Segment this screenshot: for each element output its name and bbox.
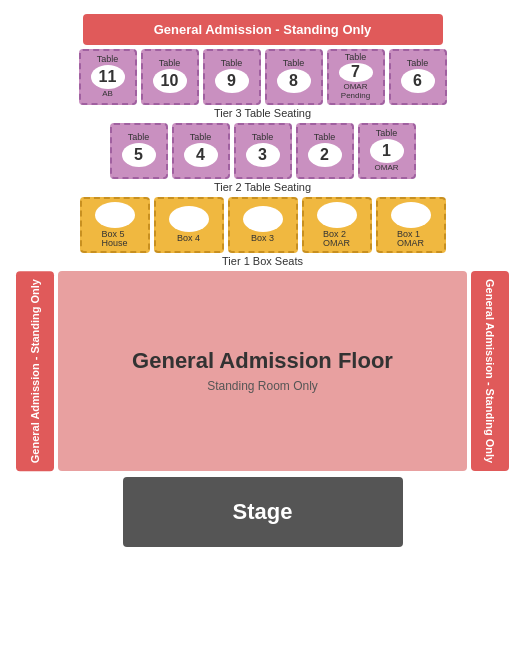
box-label: Box 2OMAR xyxy=(323,230,350,248)
table-t9[interactable]: Table 9 xyxy=(203,49,261,105)
table-label: Table xyxy=(283,59,305,68)
stage: Stage xyxy=(123,477,403,547)
table-sub: AB xyxy=(102,90,113,99)
box-label: Box 3 xyxy=(251,234,274,243)
table-label: Table xyxy=(97,55,119,64)
table-number: 11 xyxy=(91,65,125,89)
table-t8[interactable]: Table 8 xyxy=(265,49,323,105)
table-number: 2 xyxy=(308,143,342,167)
floor-area: General Admission - Standing Only Genera… xyxy=(16,271,509,471)
table-label: Table xyxy=(407,59,429,68)
table-t11[interactable]: Table 11 AB xyxy=(79,49,137,105)
table-number: 9 xyxy=(215,69,249,93)
table-t2[interactable]: Table 2 xyxy=(296,123,354,179)
ga-top-section: General Admission - Standing Only xyxy=(83,14,443,45)
table-number: 10 xyxy=(153,69,187,93)
table-number: 7 xyxy=(339,63,373,82)
venue-map: General Admission - Standing Only Table … xyxy=(10,8,515,643)
table-t6[interactable]: Table 6 xyxy=(389,49,447,105)
ga-side-right: General Admission - Standing Only xyxy=(471,271,509,471)
tier2-section: Table 5 Table 4 Table 3 Table 2 Table 1 … xyxy=(16,123,509,193)
table-t7[interactable]: Table 7 OMARPending xyxy=(327,49,385,105)
table-t10[interactable]: Table 10 xyxy=(141,49,199,105)
table-label: Table xyxy=(314,133,336,142)
tier3-label: Tier 3 Table Seating xyxy=(214,107,311,119)
ga-floor: General Admission Floor Standing Room On… xyxy=(58,271,467,471)
table-label: Table xyxy=(128,133,150,142)
box-b3[interactable]: Box 3 xyxy=(228,197,298,253)
tier3-section: Table 11 AB Table 10 Table 9 Table 8 Tab… xyxy=(16,49,509,119)
table-label: Table xyxy=(345,53,367,62)
box-label: Box 1OMAR xyxy=(397,230,424,248)
tier1-label: Tier 1 Box Seats xyxy=(222,255,303,267)
tier2-tables-row: Table 5 Table 4 Table 3 Table 2 Table 1 … xyxy=(110,123,416,179)
box-oval xyxy=(169,206,209,232)
tier3-tables-row: Table 11 AB Table 10 Table 9 Table 8 Tab… xyxy=(79,49,447,105)
ga-top-label: General Admission - Standing Only xyxy=(154,22,372,37)
table-t4[interactable]: Table 4 xyxy=(172,123,230,179)
box-oval xyxy=(243,206,283,232)
table-label: Table xyxy=(376,129,398,138)
tier2-label: Tier 2 Table Seating xyxy=(214,181,311,193)
table-number: 5 xyxy=(122,143,156,167)
table-number: 6 xyxy=(401,69,435,93)
box-label: Box 5House xyxy=(101,230,127,248)
box-b2[interactable]: Box 2OMAR xyxy=(302,197,372,253)
table-label: Table xyxy=(221,59,243,68)
table-label: Table xyxy=(190,133,212,142)
table-number: 8 xyxy=(277,69,311,93)
table-label: Table xyxy=(252,133,274,142)
box-oval xyxy=(391,202,431,228)
ga-side-left: General Admission - Standing Only xyxy=(16,271,54,471)
table-sub: OMARPending xyxy=(341,83,370,101)
tier1-section: Box 5House Box 4 Box 3 Box 2OMAR Box 1OM… xyxy=(16,197,509,267)
table-t1[interactable]: Table 1 OMAR xyxy=(358,123,416,179)
tier1-box-row: Box 5House Box 4 Box 3 Box 2OMAR Box 1OM… xyxy=(80,197,446,253)
table-number: 3 xyxy=(246,143,280,167)
table-number: 4 xyxy=(184,143,218,167)
box-b1[interactable]: Box 1OMAR xyxy=(376,197,446,253)
box-label: Box 4 xyxy=(177,234,200,243)
table-t3[interactable]: Table 3 xyxy=(234,123,292,179)
ga-floor-title: General Admission Floor xyxy=(132,348,393,374)
box-oval xyxy=(95,202,135,228)
ga-floor-sub: Standing Room Only xyxy=(207,379,318,393)
table-number: 1 xyxy=(370,139,404,163)
box-b5[interactable]: Box 5House xyxy=(80,197,150,253)
box-b4[interactable]: Box 4 xyxy=(154,197,224,253)
table-label: Table xyxy=(159,59,181,68)
table-t5[interactable]: Table 5 xyxy=(110,123,168,179)
box-oval xyxy=(317,202,357,228)
table-sub: OMAR xyxy=(375,164,399,173)
